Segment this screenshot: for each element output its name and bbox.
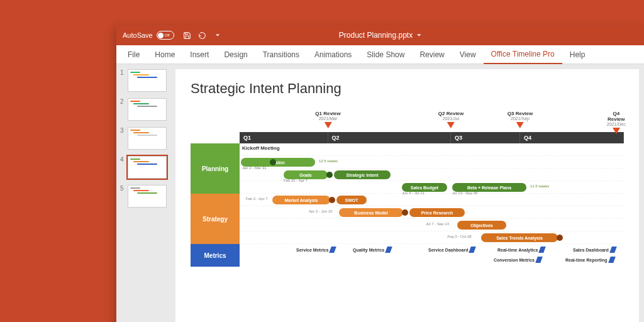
milestone-icon	[270, 159, 276, 165]
ribbon-tab-review[interactable]: Review	[412, 46, 452, 64]
bar-biz[interactable]: Business Model	[339, 208, 403, 217]
dropdown-icon[interactable]	[213, 31, 222, 40]
quarter-q2: Q2	[328, 132, 452, 143]
duration-label: 12.5 weeks	[319, 159, 338, 163]
workspace: 12345 Strategic Intent Planning Q1 Revie…	[116, 64, 644, 322]
quarter-q1: Q1	[240, 132, 328, 143]
bar-swot[interactable]: SWOT	[336, 196, 367, 204]
autosave-label: AutoSave	[123, 31, 153, 39]
metric-item: Sales Dashboard	[573, 247, 616, 253]
slide-thumbnail-3[interactable]: 3	[120, 127, 167, 150]
metric-item: Service Metrics	[296, 247, 335, 253]
ribbon-tab-office-timeline-pro[interactable]: Office Timeline Pro	[484, 45, 562, 64]
ribbon-tab-transitions[interactable]: Transitions	[255, 46, 307, 64]
duration-label: 11.5 weeks	[530, 184, 549, 188]
metric-item: Quality Metrics	[353, 247, 391, 253]
date-range: Feb 2 - Apr 7	[246, 197, 268, 201]
bar-budget[interactable]: Sales Budget	[402, 183, 447, 192]
milestone-icon	[557, 235, 563, 241]
date-range: Jul 7 - Sep 14	[426, 222, 449, 226]
bar-price[interactable]: Price Research	[409, 208, 465, 217]
milestone-icon	[329, 197, 335, 203]
milestone-icon	[326, 172, 333, 178]
slide-thumbnail-2[interactable]: 2	[120, 98, 167, 121]
bar-vision[interactable]: Vision	[241, 158, 315, 167]
ribbon-tab-design[interactable]: Design	[216, 46, 255, 64]
review-marker: Q2 Review2021/Jul	[438, 111, 464, 128]
save-icon[interactable]	[183, 31, 192, 40]
quarter-q3: Q3	[451, 132, 520, 143]
ribbon-tab-insert[interactable]: Insert	[182, 46, 216, 64]
bar-release[interactable]: Beta + Release Plans	[452, 183, 526, 192]
toggle-state: Off	[165, 33, 170, 37]
document-title[interactable]: Product Planning.pptx	[339, 31, 421, 40]
ribbon-tab-view[interactable]: View	[452, 46, 484, 64]
thumbnail-panel: 12345	[116, 64, 170, 322]
quarter-bar: Q1Q2Q3Q4	[240, 132, 624, 143]
swimlane-body: Feb 2 - Apr 7 Market Analysis SWOT Apr 2…	[240, 194, 624, 244]
bar-obj[interactable]: Objectives	[457, 221, 506, 230]
swimlane-body: Service MetricsQuality MetricsService Da…	[240, 244, 624, 267]
review-marker: Q1 Review2021/Mar	[315, 111, 340, 128]
autosave-control[interactable]: AutoSave Off	[123, 31, 174, 40]
ribbon-tab-help[interactable]: Help	[562, 46, 593, 64]
ribbon-tab-file[interactable]: File	[120, 46, 147, 64]
review-marker: Q4 Review2021/Dec	[607, 111, 626, 134]
metric-item: Service Dashboard	[428, 247, 475, 253]
metric-item: Real-time Reporting	[565, 257, 614, 263]
swimlane-strategy: Strategy Feb 2 - Apr 7 Market Analysis S…	[191, 194, 624, 244]
swimlane-metrics: Metrics Service MetricsQuality MetricsSe…	[191, 244, 624, 267]
slide-canvas[interactable]: Strategic Intent Planning Q1 Review2021/…	[175, 69, 639, 322]
bar-market[interactable]: Market Analysis	[272, 196, 330, 204]
bar-goals[interactable]: Goals	[284, 170, 328, 179]
bar-trends[interactable]: Sales Trends Analysis	[481, 233, 558, 242]
kickoff-label: Kickoff Meeting	[242, 145, 280, 151]
metric-item: Conversion Metrics	[494, 257, 541, 263]
swimlane-planning: Planning Kickoff Meeting Vision 12.5 wee…	[191, 143, 624, 194]
milestone-icon	[402, 209, 408, 216]
chevron-down-icon	[416, 33, 421, 38]
date-range: Apr 2 - Jun 10	[309, 209, 333, 213]
swimlane-body: Kickoff Meeting Vision 12.5 weeks Jan 2 …	[240, 143, 624, 194]
slide-title: Strategic Intent Planning	[191, 80, 624, 97]
ribbon-tab-slide-show[interactable]: Slide Show	[359, 46, 412, 64]
bar-intent[interactable]: Strategic Intent	[334, 170, 391, 179]
titlebar: AutoSave Off Product Planning.pptx	[116, 25, 644, 45]
swimlane-label: Strategy	[191, 194, 240, 244]
slide-thumbnail-4[interactable]: 4	[120, 156, 167, 179]
ribbon-tab-animations[interactable]: Animations	[307, 46, 359, 64]
ribbon-tab-home[interactable]: Home	[147, 46, 182, 64]
autosave-toggle[interactable]: Off	[157, 31, 174, 40]
quick-access-toolbar	[183, 31, 222, 40]
slide-thumbnail-5[interactable]: 5	[120, 185, 167, 208]
review-markers: Q1 Review2021/MarQ2 Review2021/JulQ3 Rev…	[240, 111, 624, 132]
swimlane-label: Planning	[191, 143, 240, 194]
ribbon-tabs: FileHomeInsertDesignTransitionsAnimation…	[116, 45, 644, 64]
review-marker: Q3 Review2021/Sep	[508, 111, 533, 128]
timeline: Q1 Review2021/MarQ2 Review2021/JulQ3 Rev…	[191, 111, 624, 267]
slide-thumbnail-1[interactable]: 1	[120, 69, 167, 92]
swimlane-label: Metrics	[191, 244, 240, 267]
date-range: Aug 3 - Oct 28	[447, 235, 472, 238]
app-window: AutoSave Off Product Planning.pptx FileH…	[116, 25, 644, 322]
toggle-knob	[158, 33, 164, 38]
undo-icon[interactable]	[198, 31, 207, 40]
metric-item: Real-time Analytics	[497, 247, 545, 253]
